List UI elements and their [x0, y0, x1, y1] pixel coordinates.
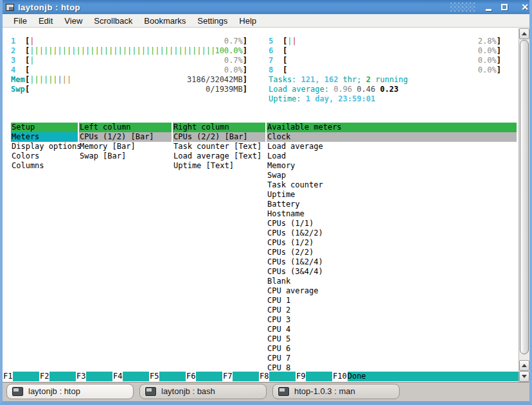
meter-open-bracket: [ — [25, 56, 30, 65]
fkey-f9[interactable]: F9 — [296, 372, 332, 381]
panel-item-memory-bar[interactable]: Memory [Bar] — [79, 142, 172, 151]
fkey-f2[interactable]: F2 — [39, 372, 76, 381]
panel-item-colors[interactable]: Colors — [11, 151, 78, 161]
menu-item-file[interactable]: File — [8, 15, 33, 27]
panel-item-cpu-6[interactable]: CPU 6 — [267, 344, 517, 354]
terminal-window: laytonjb : htop ✕ FileEditViewScrollback… — [0, 0, 532, 405]
scroll-down-button[interactable] — [519, 371, 529, 382]
menu-item-view[interactable]: View — [58, 15, 88, 27]
fkey-f5[interactable]: F5 — [149, 372, 186, 381]
panel-item-cpu-7[interactable]: CPU 7 — [267, 354, 517, 363]
panel-item-meters[interactable]: Meters — [11, 132, 78, 142]
maximize-button[interactable] — [499, 2, 510, 12]
text-segment: 162 — [324, 75, 339, 84]
panel-item-load-average[interactable]: Load average — [267, 142, 517, 151]
meter-value: 0.0% — [478, 56, 497, 65]
panel-item-task-counter-text[interactable]: Task counter [Text] — [173, 142, 265, 151]
session-tab-laytonjb-bash[interactable]: laytonjb : bash — [139, 384, 267, 399]
panel-item-cpu-5[interactable]: CPU 5 — [267, 334, 517, 344]
arrow-down-icon — [522, 375, 527, 378]
meter-close-bracket: ] — [497, 37, 501, 46]
scroll-up-button-bottom[interactable] — [519, 360, 529, 371]
menu-item-help[interactable]: Help — [233, 15, 262, 27]
fkey-f8[interactable]: F8 — [259, 372, 296, 381]
arrow-up-icon — [522, 364, 527, 367]
fkey-f4[interactable]: F4 — [112, 372, 149, 381]
panel-item-columns[interactable]: Columns — [11, 161, 78, 171]
session-tab-htop-1-0-3-man[interactable]: htop-1.0.3 : man — [272, 384, 400, 399]
meter-label: 1 — [11, 37, 25, 46]
fkey-f3[interactable]: F3 — [76, 372, 112, 381]
terminal-icon — [278, 387, 289, 396]
fkey-action-label — [86, 372, 112, 381]
fkey-action-label — [233, 372, 259, 381]
minimize-button[interactable] — [483, 2, 493, 12]
meter-ticks: | — [30, 56, 224, 65]
meter-value: 0.7% — [224, 56, 243, 65]
panel-setup: SetupMetersDisplay optionsColorsColumns — [11, 123, 78, 373]
fkey-f10[interactable]: F10Done — [332, 372, 519, 381]
panel-item-cpus-1-2-2[interactable]: CPUs (1&2/2) — [267, 228, 517, 238]
meter-value: 100.0% — [215, 46, 242, 56]
meter-open-bracket: [ — [25, 75, 30, 85]
panel-item-uptime[interactable]: Uptime — [267, 190, 517, 200]
panel-item-cpu-2[interactable]: CPU 2 — [267, 306, 517, 315]
panel-item-cpus-2-2[interactable]: CPUs (2/2) — [267, 248, 517, 257]
scrollbar[interactable] — [519, 28, 529, 382]
cpu-meter-7: 7[0.0%] — [269, 56, 501, 65]
cpu-meter-8: 8[0.0%] — [269, 65, 501, 75]
panel-item-cpus-1-2[interactable]: CPUs (1/2) — [267, 238, 517, 248]
text-segment: 0.46 — [357, 85, 380, 94]
panel-item-cpu-3[interactable]: CPU 3 — [267, 315, 517, 325]
scroll-up-button[interactable] — [519, 28, 529, 39]
panel-item-display-options[interactable]: Display options — [11, 142, 78, 151]
panel-item-cpus-3-4-4[interactable]: CPUs (3&4/4) — [267, 267, 517, 277]
fkey-f6[interactable]: F6 — [186, 372, 222, 381]
panel-item-battery[interactable]: Battery — [267, 200, 517, 209]
cpu-meter-6: 6[0.0%] — [269, 46, 501, 56]
fkey-label: F9 — [296, 372, 306, 381]
panel-item-cpus-1-1[interactable]: CPUs (1/1) — [267, 219, 517, 228]
titlebar[interactable]: laytonjb : htop ✕ — [3, 0, 529, 14]
close-button[interactable]: ✕ — [515, 2, 526, 12]
meter-open-bracket: [ — [25, 85, 30, 94]
panel-item-task-counter[interactable]: Task counter — [267, 180, 517, 190]
menu-item-scrollback[interactable]: Scrollback — [88, 15, 138, 27]
window-icon[interactable] — [6, 4, 14, 11]
cpu-meter-1: 1[|0.7%] — [11, 37, 247, 46]
meter-bar: |0.7% — [30, 37, 243, 46]
scrollbar-thumb[interactable] — [520, 40, 529, 354]
panel-item-load-average-text[interactable]: Load average [Text] — [173, 151, 265, 161]
panel-item-load[interactable]: Load — [267, 151, 517, 161]
close-icon: ✕ — [521, 3, 529, 12]
panel-item-cpus-2-2-bar[interactable]: CPUs (2/2) [Bar] — [173, 132, 265, 142]
text-segment: Tasks: — [269, 75, 301, 84]
fkey-f7[interactable]: F7 — [222, 372, 259, 381]
panel-item-blank[interactable]: Blank — [267, 277, 517, 286]
uptime-line: Uptime: 1 day, 23:59:01 — [269, 94, 501, 104]
menu-item-bookmarks[interactable]: Bookmarks — [138, 15, 191, 27]
menu-item-settings[interactable]: Settings — [191, 15, 233, 27]
panel-item-cpus-1-2-bar[interactable]: CPUs (1/2) [Bar] — [79, 132, 172, 142]
meter-ticks — [30, 85, 206, 94]
meter-label: 4 — [11, 65, 25, 75]
meter-ticks — [287, 65, 478, 75]
panel-item-hostname[interactable]: Hostname — [267, 209, 517, 219]
panel-item-uptime-text[interactable]: Uptime [Text] — [173, 161, 265, 171]
meter-ticks — [287, 56, 478, 65]
panel-item-swap[interactable]: Swap — [267, 171, 517, 180]
session-tab-laytonjb-htop[interactable]: laytonjb : htop — [6, 384, 134, 399]
panel-item-swap-bar[interactable]: Swap [Bar] — [79, 151, 172, 161]
panel-item-cpus-1-2-4[interactable]: CPUs (1&2/4) — [267, 257, 517, 267]
panel-item-cpu-1[interactable]: CPU 1 — [267, 296, 517, 306]
session-tab-bar: laytonjb : htoplaytonjb : bashhtop-1.0.3… — [3, 382, 529, 401]
panel-item-clock[interactable]: Clock — [267, 132, 517, 142]
cpu-meter-swp: Swp[0/1939MB] — [11, 85, 247, 94]
scrollbar-track[interactable] — [519, 40, 529, 359]
panel-item-cpu-average[interactable]: CPU average — [267, 286, 517, 296]
panel-item-cpu-4[interactable]: CPU 4 — [267, 325, 517, 334]
menu-item-edit[interactable]: Edit — [33, 15, 58, 27]
meter-bar: 0/1939MB — [30, 85, 243, 94]
fkey-f1[interactable]: F1 — [3, 372, 39, 381]
panel-item-memory[interactable]: Memory — [267, 161, 517, 171]
